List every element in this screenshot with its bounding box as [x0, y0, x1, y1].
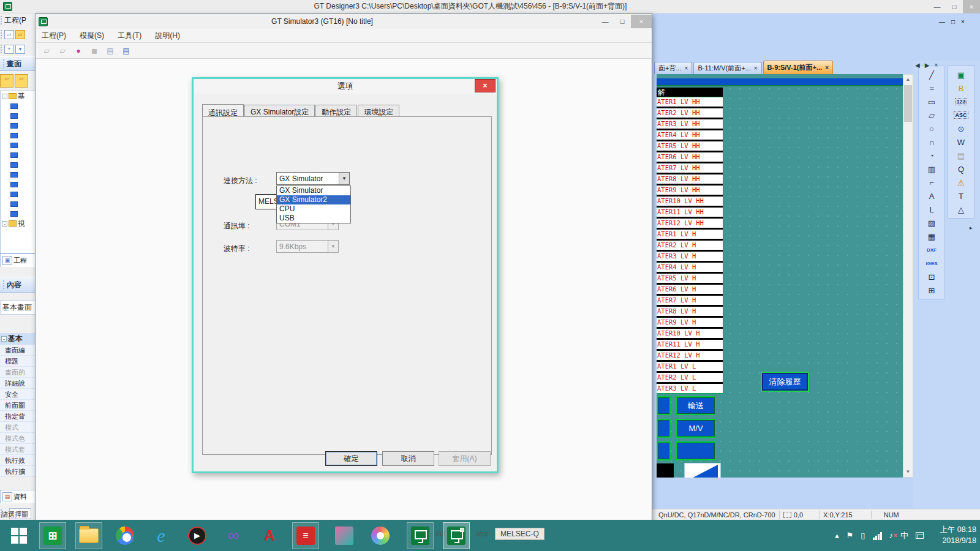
alarm-row[interactable]: ATER4 LV HH: [657, 130, 723, 140]
tree-node-window[interactable]: - 視: [1, 219, 38, 228]
taskbar-chrome-button[interactable]: [111, 522, 138, 549]
ime-indicator[interactable]: 中: [900, 530, 908, 541]
collapse-icon[interactable]: -: [2, 94, 7, 99]
taskbar-visual-studio-button[interactable]: ∞: [220, 522, 247, 549]
simulator-titlebar[interactable]: GT Simulator3 (GT16) [No title] — □ ×: [36, 14, 652, 29]
alarm-row[interactable]: ATER9 LV H: [657, 318, 723, 327]
property-row[interactable]: 畫面的: [0, 367, 39, 378]
tree-screen-item[interactable]: [1, 199, 38, 209]
tab-scroll-left-icon[interactable]: ◀: [915, 62, 920, 69]
tab-close-icon[interactable]: ×: [685, 65, 688, 72]
tab-scroll-right-icon[interactable]: ▶: [925, 62, 930, 69]
new-window-icon[interactable]: ▾: [15, 45, 25, 54]
start-button[interactable]: [0, 520, 38, 551]
taskbar-autocad-button[interactable]: A: [256, 522, 283, 549]
tray-up-arrow-icon[interactable]: ▴: [835, 531, 839, 540]
tree-screen-item[interactable]: [1, 209, 38, 219]
device-monitor-icon[interactable]: ▤: [104, 45, 116, 56]
open-project-icon[interactable]: ▱: [15, 30, 25, 39]
doc-tab-b11[interactable]: B-11:M/V(前面+... ×: [693, 62, 761, 74]
maximize-icon[interactable]: □: [946, 0, 963, 13]
doc-tab-partial[interactable]: 面+背... ×: [654, 62, 692, 74]
mdi-close-icon[interactable]: ×: [961, 18, 965, 25]
alarm-row[interactable]: ATER7 LV HH: [657, 163, 723, 173]
alarm-list-panel[interactable]: 解 ATER1 LV HHATER2 LV HHATER3 LV HHATER4…: [657, 88, 723, 390]
sim-minimize-icon[interactable]: —: [597, 15, 614, 28]
alarm-row[interactable]: ATER11 LV HH: [657, 208, 723, 217]
taskbar-gt-designer-button[interactable]: [407, 522, 434, 549]
data-browser-tab[interactable]: ▤ 資料: [0, 490, 39, 503]
alarm-row[interactable]: ATER9 LV HH: [657, 186, 723, 195]
taskbar-photos-button[interactable]: [331, 522, 358, 549]
property-row[interactable]: 模式: [0, 422, 39, 433]
ok-button[interactable]: 確定: [325, 451, 377, 466]
tree-screen-item[interactable]: [1, 189, 38, 199]
battery-icon[interactable]: ▯: [861, 531, 865, 540]
open-recent-icon[interactable]: ▱: [56, 45, 69, 56]
taskbar-gt-simulator-button[interactable]: [443, 522, 470, 549]
alarm-row[interactable]: ATER1 LV HH: [657, 97, 723, 107]
partial-button-left-3[interactable]: [657, 441, 671, 460]
close-icon[interactable]: ×: [963, 0, 980, 13]
alarm-row[interactable]: ATER1 LV L: [657, 362, 723, 371]
taskbar-gx-works-button[interactable]: ≡: [292, 522, 319, 549]
alarm-row[interactable]: ATER3 LV L: [657, 384, 723, 393]
project-tab[interactable]: ▣ 工程: [0, 253, 39, 267]
alarm-row[interactable]: ATER5 LV HH: [657, 141, 723, 151]
property-row[interactable]: 標題: [0, 356, 39, 367]
menu-item[interactable]: 工程(P): [42, 31, 66, 41]
canvas-vscrollbar[interactable]: ▲ ▼: [903, 74, 913, 478]
partial-button-left-2[interactable]: [657, 419, 671, 438]
taskbar-clock[interactable]: 上午 08:18 2018/9/18: [940, 524, 976, 546]
collapse-icon[interactable]: -: [2, 221, 7, 227]
screen-tree[interactable]: - 基: [0, 91, 39, 253]
new-project-icon[interactable]: ▱: [4, 30, 14, 39]
mdi-restore-icon[interactable]: □: [951, 18, 955, 25]
alarm-row[interactable]: ATER12 LV HH: [657, 219, 723, 228]
dropdown-option[interactable]: GX Simulator: [277, 186, 350, 195]
tree-screen-item[interactable]: [1, 140, 38, 150]
menu-item[interactable]: 工具(T): [118, 31, 141, 41]
property-group-header[interactable]: - 基本: [0, 333, 39, 345]
main-window-titlebar[interactable]: GT Designer3 C:\Users\PC\Desktop\桌面資料夾\G…: [0, 0, 980, 13]
alarm-row[interactable]: ATER11 LV H: [657, 340, 723, 349]
tree-screen-item[interactable]: [1, 179, 38, 189]
sim-maximize-icon[interactable]: □: [614, 15, 631, 28]
screen-design-canvas[interactable]: 解 ATER1 LV HHATER2 LV HHATER3 LV HHATER4…: [657, 74, 903, 478]
dropdown-option[interactable]: CPU: [277, 204, 350, 214]
tree-screen-item[interactable]: [1, 101, 38, 111]
toolbar-overflow-icon[interactable]: ▸: [970, 225, 973, 231]
new-screen-icon[interactable]: +: [4, 45, 14, 54]
tab-list-close-icon[interactable]: ×: [934, 62, 938, 69]
tree-node-base[interactable]: - 基: [1, 91, 38, 101]
property-row[interactable]: 安全: [0, 389, 39, 400]
alarm-row[interactable]: ATER3 LV H: [657, 252, 723, 261]
action-center-flag-icon[interactable]: ⚑: [846, 531, 854, 540]
alarm-row[interactable]: ATER6 LV HH: [657, 152, 723, 162]
minimize-icon[interactable]: —: [929, 0, 946, 13]
alarm-row[interactable]: ATER8 LV HH: [657, 174, 723, 184]
network-signal-icon[interactable]: [873, 531, 882, 540]
scroll-down-icon[interactable]: ▼: [903, 467, 913, 477]
tree-screen-item[interactable]: [1, 150, 38, 160]
clear-history-button[interactable]: 清除履歷: [761, 372, 809, 392]
collapse-icon[interactable]: -: [1, 336, 7, 342]
tree-screen-item[interactable]: [1, 111, 38, 121]
tree-screen-item[interactable]: [1, 160, 38, 170]
scroll-up-icon[interactable]: ▲: [903, 75, 913, 84]
mv-button[interactable]: M/V: [676, 419, 716, 438]
new-screen-folder-icon[interactable]: ▱: [15, 74, 28, 88]
cancel-button[interactable]: 取消: [382, 451, 434, 466]
property-row[interactable]: 前面圖: [0, 400, 39, 411]
property-row[interactable]: 模式套: [0, 444, 39, 455]
property-row[interactable]: 指定背: [0, 411, 39, 422]
alarm-row[interactable]: ATER6 LV H: [657, 285, 723, 294]
tab-close-icon[interactable]: ×: [825, 64, 829, 71]
touch-keyboard-icon[interactable]: [916, 532, 924, 539]
alarm-row[interactable]: ATER10 LV H: [657, 329, 723, 338]
alarm-row[interactable]: ATER1 LV H: [657, 230, 723, 239]
stop-simulation-icon[interactable]: ◼: [88, 45, 100, 56]
dialog-titlebar[interactable]: 選項: [194, 79, 497, 94]
menu-item[interactable]: 說明(H): [155, 31, 180, 41]
option-properties-icon[interactable]: ▤: [120, 45, 132, 56]
